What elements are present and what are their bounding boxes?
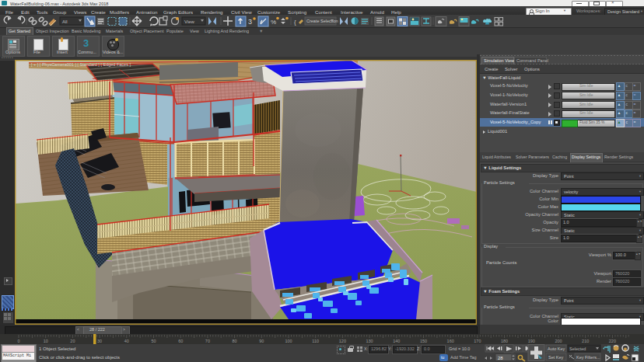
svg-text:20: 20 <box>70 339 75 343</box>
svg-text:Auto Key: Auto Key <box>548 346 565 351</box>
svg-text:130: 130 <box>366 339 373 343</box>
svg-text:Create Selection: Create Selection <box>306 19 338 23</box>
svg-text:%: % <box>271 19 276 26</box>
svg-text:160: 160 <box>447 339 454 343</box>
svg-text:28: 28 <box>498 356 503 360</box>
svg-text:190: 190 <box>528 339 535 343</box>
svg-text:140: 140 <box>393 339 400 343</box>
svg-text:120: 120 <box>339 339 346 343</box>
svg-text:Key Filters...: Key Filters... <box>576 355 600 360</box>
svg-text:150: 150 <box>420 339 427 343</box>
svg-text:200: 200 <box>555 339 562 343</box>
svg-text:100: 100 <box>285 339 292 343</box>
svg-text:210: 210 <box>582 339 589 343</box>
svg-text:Selected: Selected <box>569 346 586 351</box>
svg-text:90: 90 <box>259 339 264 343</box>
svg-text:40: 40 <box>124 339 129 343</box>
svg-text:220: 220 <box>609 339 616 343</box>
svg-text:[ + ] [ PhysCamera001 ] [ Stan: [ + ] [ PhysCamera001 ] [ Standard ] [ E… <box>31 62 131 67</box>
svg-text:30: 30 <box>97 339 102 343</box>
svg-text:80: 80 <box>233 339 237 343</box>
svg-text:{: { <box>294 19 296 26</box>
svg-text:View: View <box>184 19 195 24</box>
svg-text:50: 50 <box>151 339 156 343</box>
svg-text:All: All <box>62 19 68 24</box>
svg-text:10: 10 <box>44 339 48 343</box>
svg-text:0: 0 <box>17 339 19 343</box>
svg-text:3: 3 <box>248 18 252 26</box>
svg-text:70: 70 <box>205 339 210 343</box>
svg-text:Set Key: Set Key <box>548 355 564 360</box>
svg-text:180: 180 <box>501 339 508 343</box>
svg-text:60: 60 <box>178 339 183 343</box>
svg-text:110: 110 <box>312 339 319 343</box>
svg-text:170: 170 <box>474 339 481 343</box>
